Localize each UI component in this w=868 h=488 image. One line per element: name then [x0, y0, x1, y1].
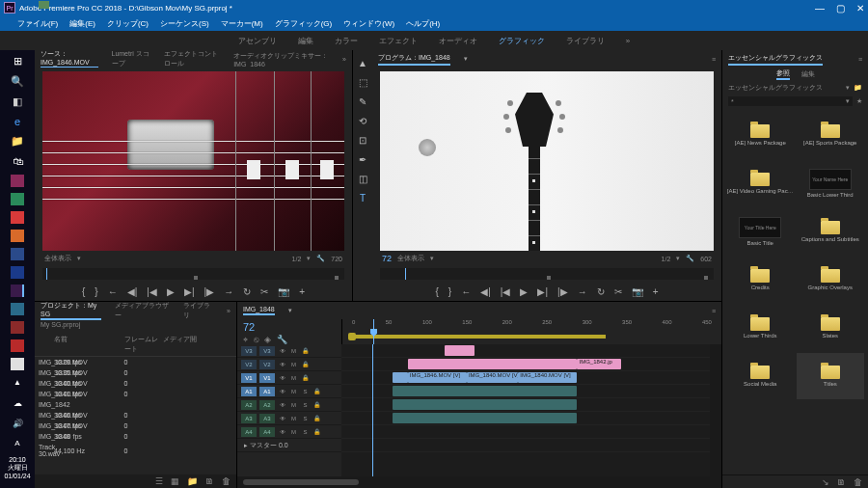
project-item-row[interactable]: IMG_184830.00 fps0 — [35, 431, 236, 442]
tool-button[interactable]: ⟲ — [356, 114, 369, 127]
program-tab-dropdown[interactable]: ▾ — [464, 55, 468, 63]
timeline-clip[interactable]: IMG_1846.MOV [V] — [408, 372, 467, 383]
eg-template-item[interactable]: Social Media — [726, 353, 795, 399]
taskbar-app-icon[interactable] — [11, 358, 24, 370]
project-tab[interactable]: メディアブラウザー — [115, 301, 170, 320]
menu-item[interactable]: シーケンス(S) — [160, 18, 209, 29]
minimize-button[interactable]: — — [815, 3, 825, 14]
new-item-icon[interactable]: 🗎 — [205, 476, 214, 486]
transport-button[interactable]: + — [299, 286, 305, 297]
menu-item[interactable]: ウィンドウ(W) — [343, 18, 394, 29]
eg-subtab[interactable]: 参照 — [776, 68, 790, 80]
eg-panel-tab[interactable]: エッセンシャルグラフィックス — [728, 53, 823, 66]
timeline-clip[interactable] — [445, 345, 475, 356]
store-icon[interactable]: 🛍 — [10, 154, 25, 169]
project-item-row[interactable]: IMG_1842 — [35, 399, 236, 410]
project-item-row[interactable]: IMG_1829.MOV30.00 fps0 — [35, 357, 236, 367]
menu-item[interactable]: マーカー(M) — [221, 18, 263, 29]
track-lane[interactable] — [341, 439, 710, 452]
source-time-ruler[interactable] — [42, 268, 344, 280]
eg-template-item[interactable]: Your Name HereBasic Lower Third — [797, 160, 865, 206]
ime-icon[interactable]: A — [10, 436, 25, 450]
star-filter-icon[interactable]: ★ — [856, 97, 862, 105]
timeline-clip[interactable] — [393, 399, 577, 410]
timeline-clip[interactable] — [408, 359, 578, 369]
taskbar-app-icon[interactable] — [11, 230, 24, 242]
close-button[interactable]: ✕ — [856, 3, 864, 14]
tabs-overflow-icon[interactable]: » — [342, 56, 346, 63]
menu-item[interactable]: 編集(E) — [69, 18, 95, 29]
track-lane[interactable]: IMG_1842.jp — [341, 358, 710, 371]
column-header[interactable] — [39, 335, 54, 354]
transport-button[interactable]: { — [436, 286, 439, 297]
taskbar-app-icon[interactable] — [11, 266, 24, 279]
project-item-row[interactable]: IMG_1847.MOV30.00 fps0 — [35, 420, 236, 431]
sequence-tab-dropdown[interactable]: ▾ — [288, 307, 292, 314]
eg-template-item[interactable]: Credits — [726, 257, 795, 303]
program-time-ruler[interactable] — [380, 268, 714, 280]
audio-track-header[interactable]: A1A1👁MS🔒 — [237, 385, 341, 398]
transport-button[interactable]: ◀| — [127, 286, 138, 297]
transport-button[interactable]: ← — [108, 286, 118, 297]
transport-button[interactable]: ◀| — [480, 286, 491, 297]
project-item-row[interactable]: IMG_1846.MOV30.00 fps0 — [35, 410, 236, 420]
premiere-taskbar-icon[interactable] — [11, 285, 24, 297]
task-view-icon[interactable]: ◧ — [10, 95, 25, 109]
workspace-tab[interactable]: アセンブリ — [238, 36, 277, 46]
timeline-clip[interactable] — [393, 386, 577, 396]
sequence-tab[interactable]: IMG_1848 — [243, 306, 275, 315]
transport-button[interactable]: ↻ — [243, 286, 251, 297]
tool-button[interactable]: ✎ — [356, 95, 369, 108]
eg-template-item[interactable]: Lower Thirds — [726, 305, 795, 351]
track-lane[interactable] — [341, 385, 710, 398]
maximize-button[interactable]: ▢ — [836, 3, 845, 14]
column-header[interactable]: メディア開 — [163, 335, 233, 354]
trash-icon[interactable]: 🗑 — [222, 476, 231, 486]
source-tab[interactable]: Lumetri スコープ — [112, 49, 150, 68]
taskbar-app-icon[interactable] — [11, 303, 24, 315]
new-bin-icon[interactable]: 📁 — [187, 476, 198, 486]
resolution-dropdown[interactable]: ▾ — [676, 255, 680, 262]
tool-button[interactable]: ◫ — [356, 172, 369, 185]
source-viewer[interactable] — [42, 71, 344, 251]
transport-button[interactable]: ✂ — [260, 286, 268, 297]
project-item-row[interactable]: IMG_1841.MOV30.00 fps0 — [35, 389, 236, 399]
tabs-overflow-icon[interactable]: » — [227, 308, 231, 314]
settings-icon[interactable]: 🔧 — [686, 255, 694, 262]
panel-menu-icon[interactable]: ≡ — [858, 56, 862, 63]
add-folder-icon[interactable]: 📁 — [854, 84, 862, 92]
tool-button[interactable]: ✒ — [356, 152, 369, 166]
taskbar-app-icon[interactable] — [11, 248, 24, 260]
source-tab[interactable]: ソース：IMG_1846.MOV — [41, 49, 98, 68]
taskbar-app-icon[interactable] — [11, 321, 24, 334]
workspace-tab[interactable]: カラー — [335, 36, 358, 46]
transport-button[interactable]: } — [95, 286, 97, 297]
transport-button[interactable]: |◀ — [501, 286, 511, 297]
transport-button[interactable]: → — [224, 286, 233, 297]
transport-button[interactable]: ▶| — [184, 286, 195, 297]
system-clock[interactable]: 20:10火曜日01/01/24 — [4, 456, 30, 480]
tool-button[interactable]: ⬚ — [356, 75, 369, 89]
eg-template-item[interactable]: [AE] Video Gaming Pac… — [726, 160, 795, 206]
transport-button[interactable]: + — [653, 286, 659, 297]
taskbar-app-icon[interactable] — [11, 339, 24, 352]
search-icon[interactable]: 🔍 — [10, 74, 25, 89]
timeline-ruler[interactable]: 050100150200250300350400450 — [341, 319, 721, 344]
column-header[interactable]: フレームレート — [124, 335, 163, 354]
transport-button[interactable]: 📷 — [278, 286, 289, 297]
project-item-row[interactable]: Track 30.wav44,100 Hz0 — [35, 442, 236, 459]
video-track-header[interactable]: V2V2👁M🔒 — [237, 358, 341, 371]
list-view-icon[interactable]: ☰ — [155, 476, 163, 486]
transport-button[interactable]: |▶ — [204, 286, 215, 297]
eg-trash-icon[interactable]: 🗑 — [854, 477, 862, 487]
timeline-scrollbar[interactable] — [237, 476, 721, 488]
project-item-row[interactable]: IMG_1840.MOV30.00 fps0 — [35, 378, 236, 389]
tool-button[interactable]: T — [356, 191, 369, 204]
cloud-icon[interactable]: ☁ — [10, 395, 25, 410]
transport-button[interactable]: → — [578, 286, 587, 297]
transport-button[interactable]: { — [82, 286, 85, 297]
timeline-clip[interactable]: IMG_1840.MOV [V] — [518, 372, 577, 383]
timeline-clip[interactable] — [393, 413, 577, 423]
transport-button[interactable]: ✂ — [614, 286, 622, 297]
icon-view-icon[interactable]: ▦ — [171, 476, 179, 486]
